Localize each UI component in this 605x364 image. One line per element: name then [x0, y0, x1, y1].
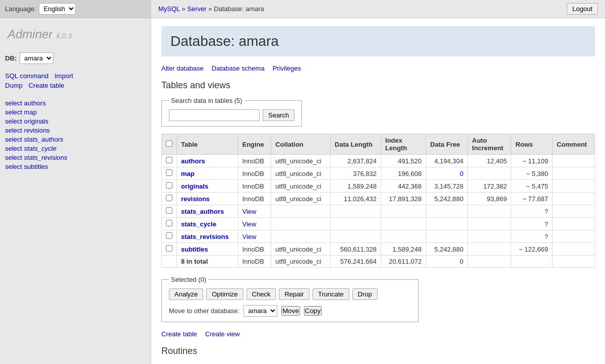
create-table-bottom-link[interactable]: Create table — [161, 330, 197, 338]
breadcrumb-server[interactable]: Server — [187, 5, 206, 13]
sidebar-select-subtitles[interactable]: select subtitles — [5, 163, 146, 170]
dump-link[interactable]: Dump — [5, 82, 23, 89]
table-row: stats_revisions View ? — [162, 230, 595, 243]
table-link-stats-cycle[interactable]: stats_cycle — [181, 220, 216, 228]
table-row: originals InnoDB utf8_unicode_ci 1,589,2… — [162, 180, 595, 193]
logout-button[interactable]: Logout — [567, 3, 598, 15]
move-db-select[interactable]: amara — [244, 305, 277, 317]
col-comment: Comment — [553, 134, 595, 155]
db-heading: Database: amara — [161, 26, 595, 56]
row-checkbox-originals[interactable] — [166, 182, 172, 189]
table-row: revisions InnoDB utf8_unicode_ci 11,026,… — [162, 193, 595, 205]
tables-table: Table Engine Collation Data Length Index… — [161, 134, 595, 268]
col-data-length: Data Length — [330, 134, 381, 155]
breadcrumb: MySQL » Server » Database: amara — [158, 5, 264, 13]
create-table-link[interactable]: Create table — [29, 82, 65, 89]
check-button[interactable]: Check — [247, 288, 276, 300]
table-row: subtitles InnoDB utf8_unicode_ci 560,611… — [162, 243, 595, 256]
analyze-button[interactable]: Analyze — [169, 288, 203, 300]
select-all-checkbox[interactable] — [166, 140, 172, 147]
search-legend: Search data in tables (5) — [169, 97, 245, 104]
table-row: authors InnoDB utf8_unicode_ci 2,637,824… — [162, 155, 595, 167]
search-input[interactable] — [169, 109, 260, 121]
sql-command-link[interactable]: SQL command — [5, 72, 48, 80]
tables-views-heading: Tables and views — [161, 80, 595, 91]
table-row: stats_cycle View ? — [162, 218, 595, 230]
sidebar-select-stats-revisions[interactable]: select stats_revisions — [5, 154, 146, 161]
sidebar-select-originals[interactable]: select originals — [5, 117, 146, 125]
row-checkbox-authors[interactable] — [166, 157, 172, 163]
sidebar-select-map[interactable]: select map — [5, 108, 146, 116]
row-checkbox-stats-cycle[interactable] — [166, 220, 172, 226]
table-link-subtitles[interactable]: subtitles — [181, 246, 208, 253]
table-link-stats-authors[interactable]: stats_authors — [181, 208, 224, 215]
sidebar-select-authors[interactable]: select authors — [5, 99, 146, 107]
col-auto-increment: AutoIncrement — [468, 134, 511, 155]
language-select[interactable]: English — [39, 3, 76, 15]
sidebar-select-stats-authors[interactable]: select stats_authors — [5, 136, 146, 143]
db-label: DB: — [5, 54, 17, 62]
view-link-stats-revisions[interactable]: View — [243, 233, 257, 240]
language-label: Language: — [5, 5, 36, 13]
col-index-length: IndexLength — [381, 134, 426, 155]
row-checkbox-stats-authors[interactable] — [166, 207, 172, 214]
database-schema-link[interactable]: Database schema — [212, 65, 265, 72]
table-link-originals[interactable]: originals — [181, 183, 208, 190]
table-total-row: 8 in total InnoDB utf8_unicode_ci 576,24… — [162, 256, 595, 268]
drop-button[interactable]: Drop — [352, 288, 378, 300]
breadcrumb-mysql[interactable]: MySQL — [158, 5, 180, 13]
privileges-link[interactable]: Privileges — [273, 65, 301, 72]
view-link-stats-cycle[interactable]: View — [243, 220, 257, 228]
row-checkbox-stats-revisions[interactable] — [166, 232, 172, 239]
table-row: map InnoDB utf8_unicode_ci 376,832 196,6… — [162, 167, 595, 180]
col-table: Table — [177, 134, 238, 155]
repair-button[interactable]: Repair — [279, 288, 309, 300]
app-title: Adminer — [8, 27, 52, 41]
col-data-free: Data Free — [426, 134, 468, 155]
row-checkbox-revisions[interactable] — [166, 195, 172, 201]
table-link-authors[interactable]: authors — [181, 157, 205, 165]
table-row: stats_authors View ? — [162, 205, 595, 218]
col-engine: Engine — [238, 134, 271, 155]
row-checkbox-subtitles[interactable] — [166, 245, 172, 252]
move-button[interactable]: Move — [281, 306, 300, 316]
view-link-stats-authors[interactable]: View — [243, 208, 257, 215]
search-button[interactable]: Search — [263, 109, 294, 121]
optimize-button[interactable]: Optimize — [206, 288, 243, 300]
alter-database-link[interactable]: Alter database — [161, 65, 204, 72]
row-checkbox-map[interactable] — [166, 169, 172, 176]
routines-heading: Routines — [161, 346, 595, 356]
copy-button[interactable]: Copy — [304, 306, 322, 316]
import-link[interactable]: Import — [54, 72, 73, 80]
col-rows: Rows — [511, 134, 553, 155]
col-collation: Collation — [271, 134, 331, 155]
create-view-link[interactable]: Create view — [205, 330, 240, 338]
truncate-button[interactable]: Truncate — [313, 288, 349, 300]
selected-legend: Selected (0) — [169, 276, 208, 283]
sidebar-select-revisions[interactable]: select revisions — [5, 127, 146, 134]
table-link-stats-revisions[interactable]: stats_revisions — [181, 233, 229, 240]
move-label: Move to other database: — [169, 307, 239, 315]
table-link-map[interactable]: map — [181, 170, 195, 177]
table-link-revisions[interactable]: revisions — [181, 195, 210, 203]
sidebar-select-stats-cycle[interactable]: select stats_cycle — [5, 145, 146, 152]
db-select[interactable]: amara — [20, 52, 53, 64]
app-version: 4.0.3 — [56, 32, 72, 40]
